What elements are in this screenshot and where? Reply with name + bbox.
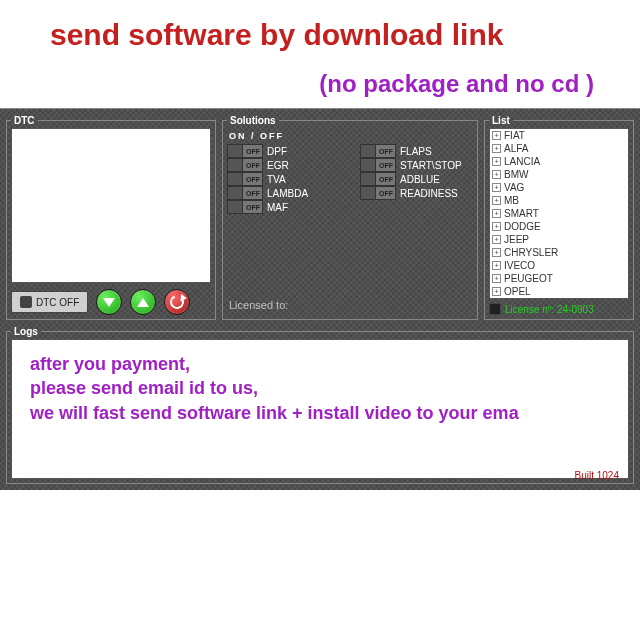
license-row: License nº: 24-0903 <box>489 303 629 315</box>
tree-expand-icon[interactable]: + <box>492 209 501 218</box>
tree-expand-icon[interactable]: + <box>492 144 501 153</box>
tree-expand-icon[interactable]: + <box>492 131 501 140</box>
list-item[interactable]: +OPEL <box>490 285 628 298</box>
list-item[interactable]: +DODGE <box>490 220 628 233</box>
toggle-row-readiness: OFF READINESS <box>360 186 473 200</box>
reload-button[interactable] <box>164 289 190 315</box>
arrow-down-icon <box>103 298 115 307</box>
toggle-label: START\STOP <box>400 160 462 171</box>
list-item[interactable]: +ALFA <box>490 142 628 155</box>
list-panel: List +FIAT +ALFA +LANCIA +BMW +VAG +MB +… <box>484 115 634 320</box>
logs-line: we will fast send software link + instal… <box>30 401 610 425</box>
tree-expand-icon[interactable]: + <box>492 157 501 166</box>
license-icon <box>489 303 501 315</box>
dtc-legend: DTC <box>11 115 38 126</box>
licensed-to-label: Licensed to: <box>227 295 473 315</box>
tree-expand-icon[interactable]: + <box>492 248 501 257</box>
tree-expand-icon[interactable]: + <box>492 287 501 296</box>
tree-expand-icon[interactable]: + <box>492 222 501 231</box>
toggle-row-startstop: OFF START\STOP <box>360 158 473 172</box>
logs-line: after you payment, <box>30 352 610 376</box>
toggle-label: TVA <box>267 174 286 185</box>
arrow-up-icon <box>137 298 149 307</box>
toggle-label: READINESS <box>400 188 458 199</box>
toggle-adblue[interactable]: OFF <box>360 172 396 186</box>
dtc-off-icon <box>20 296 32 308</box>
toggle-row-dpf: OFF DPF <box>227 144 340 158</box>
onoff-header: ON / OFF <box>227 128 473 144</box>
tree-expand-icon[interactable]: + <box>492 274 501 283</box>
tree-expand-icon[interactable]: + <box>492 235 501 244</box>
tree-expand-icon[interactable]: + <box>492 196 501 205</box>
promo-title: send software by download link <box>0 0 640 60</box>
list-item[interactable]: +SMART <box>490 207 628 220</box>
dtc-controls: DTC OFF <box>11 289 211 315</box>
promo-subtitle: (no package and no cd ) <box>0 60 640 108</box>
build-label: Built 1024 <box>575 470 619 481</box>
toggle-maf[interactable]: OFF <box>227 200 263 214</box>
toggle-startstop[interactable]: OFF <box>360 158 396 172</box>
toggle-row-maf: OFF MAF <box>227 200 340 214</box>
toggle-grid: OFF DPF OFF EGR OFF TVA OFF LAMBDA OFF <box>227 144 473 214</box>
arrow-up-button[interactable] <box>130 289 156 315</box>
brand-list[interactable]: +FIAT +ALFA +LANCIA +BMW +VAG +MB +SMART… <box>489 128 629 299</box>
list-item[interactable]: +VAG <box>490 181 628 194</box>
list-item[interactable]: +FIAT <box>490 129 628 142</box>
toggle-label: EGR <box>267 160 289 171</box>
list-item[interactable]: +BMW <box>490 168 628 181</box>
arrow-down-button[interactable] <box>96 289 122 315</box>
dtc-off-label: DTC OFF <box>36 297 79 308</box>
list-item[interactable]: +LANCIA <box>490 155 628 168</box>
dtc-listbox[interactable] <box>11 128 211 283</box>
tree-expand-icon[interactable]: + <box>492 261 501 270</box>
toggle-row-egr: OFF EGR <box>227 158 340 172</box>
toggle-label: MAF <box>267 202 288 213</box>
logs-line: please send email id to us, <box>30 376 610 400</box>
list-item[interactable]: +MB <box>490 194 628 207</box>
toggle-label: LAMBDA <box>267 188 308 199</box>
toggle-row-tva: OFF TVA <box>227 172 340 186</box>
list-legend: List <box>489 115 513 126</box>
tree-expand-icon[interactable]: + <box>492 170 501 179</box>
toggle-row-lambda: OFF LAMBDA <box>227 186 340 200</box>
toggle-label: FLAPS <box>400 146 432 157</box>
toggle-label: DPF <box>267 146 287 157</box>
toggle-flaps[interactable]: OFF <box>360 144 396 158</box>
logs-legend: Logs <box>11 326 41 337</box>
license-label: License nº: 24-0903 <box>505 304 594 315</box>
toggle-label: ADBLUE <box>400 174 440 185</box>
reload-icon <box>168 293 186 311</box>
app-window: DTC DTC OFF Solutions ON / OFF OFF <box>0 108 640 490</box>
solutions-legend: Solutions <box>227 115 279 126</box>
list-item[interactable]: +JEEP <box>490 233 628 246</box>
tree-expand-icon[interactable]: + <box>492 183 501 192</box>
toggle-row-flaps: OFF FLAPS <box>360 144 473 158</box>
toggle-lambda[interactable]: OFF <box>227 186 263 200</box>
list-item[interactable]: +CHRYSLER <box>490 246 628 259</box>
toggle-row-adblue: OFF ADBLUE <box>360 172 473 186</box>
logs-panel: Logs after you payment, please send emai… <box>6 326 634 484</box>
dtc-off-button[interactable]: DTC OFF <box>11 291 88 313</box>
logs-box: after you payment, please send email id … <box>11 339 629 479</box>
solutions-panel: Solutions ON / OFF OFF DPF OFF EGR OFF T… <box>222 115 478 320</box>
dtc-panel: DTC DTC OFF <box>6 115 216 320</box>
toggle-dpf[interactable]: OFF <box>227 144 263 158</box>
toggle-readiness[interactable]: OFF <box>360 186 396 200</box>
list-item[interactable]: +PEUGEOT <box>490 272 628 285</box>
list-item[interactable]: +IVECO <box>490 259 628 272</box>
toggle-tva[interactable]: OFF <box>227 172 263 186</box>
toggle-egr[interactable]: OFF <box>227 158 263 172</box>
